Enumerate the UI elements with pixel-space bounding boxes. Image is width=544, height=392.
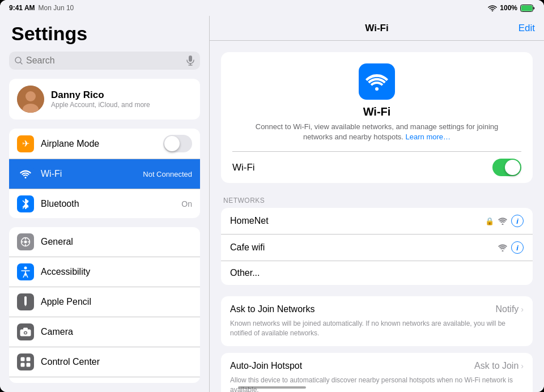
settings-group-connectivity: ✈ Airplane Mode Wi-Fi No — [9, 129, 200, 218]
svg-point-51 — [502, 224, 504, 225]
right-content: Wi-Fi Connect to Wi-Fi, view available n… — [210, 41, 544, 392]
networks-section-label: NETWORKS — [221, 197, 533, 204]
wifi-label: Wi-Fi — [41, 169, 136, 179]
ask-to-join-title: Ask to Join Networks — [230, 304, 314, 314]
sidebar-title: Settings — [0, 23, 209, 52]
wifi-main-toggle[interactable] — [492, 159, 521, 176]
status-right: 100% — [488, 4, 535, 12]
network-other-name: Other... — [230, 268, 524, 278]
svg-point-31 — [25, 332, 27, 334]
search-bar[interactable] — [9, 52, 200, 70]
ask-to-join-row: Ask to Join Networks Notify › — [230, 304, 524, 314]
wifi-toggle-label: Wi-Fi — [232, 162, 255, 173]
wifi-signal-cafe-icon — [498, 244, 508, 252]
wifi-hero-card: Wi-Fi Connect to Wi-Fi, view available n… — [221, 52, 533, 183]
networks-card: HomeNet 🔒 i — [221, 208, 533, 285]
sidebar-item-control-center[interactable]: Control Center — [9, 347, 200, 377]
svg-point-52 — [502, 250, 504, 252]
sidebar-item-apple-pencil[interactable]: Apple Pencil — [9, 287, 200, 317]
network-cafe-wifi[interactable]: Cafe wifi i — [221, 235, 533, 261]
sidebar-item-bluetooth[interactable]: Bluetooth On — [9, 189, 200, 218]
svg-point-9 — [26, 91, 36, 101]
auto-join-row: Auto-Join Hotspot Ask to Join › — [230, 361, 524, 371]
airplane-toggle[interactable] — [163, 135, 192, 152]
ask-to-join-value[interactable]: Notify › — [495, 304, 524, 314]
profile-info: Danny Rico Apple Account, iCloud, and mo… — [51, 90, 150, 109]
wifi-hero-title: Wi-Fi — [363, 105, 391, 118]
status-bar: 9:41 AM Mon Jun 10 100% — [0, 0, 544, 16]
svg-point-28 — [25, 305, 26, 306]
general-icon — [17, 233, 34, 250]
accessibility-label: Accessibility — [41, 267, 192, 277]
settings-group-apps: General Accessibility — [9, 227, 200, 383]
sidebar-item-accessibility[interactable]: Accessibility — [9, 257, 200, 287]
svg-rect-34 — [27, 357, 31, 361]
homenet-info-button[interactable]: i — [511, 215, 524, 227]
wifi-hero-icon — [359, 63, 395, 100]
ask-to-join-chevron: › — [521, 305, 524, 314]
svg-rect-32 — [23, 327, 28, 330]
network-other[interactable]: Other... — [221, 261, 533, 285]
ipad-screen: 9:41 AM Mon Jun 10 100% Settings — [0, 0, 544, 392]
search-icon — [15, 57, 23, 65]
sidebar-item-display-brightness[interactable]: Display & Brightness — [9, 377, 200, 383]
mic-icon — [186, 56, 194, 66]
main-layout: Settings — [0, 16, 544, 392]
control-center-icon — [17, 353, 34, 370]
svg-rect-5 — [189, 56, 192, 62]
svg-rect-36 — [27, 363, 31, 367]
profile-row[interactable]: Danny Rico Apple Account, iCloud, and mo… — [9, 79, 200, 120]
control-center-label: Control Center — [41, 357, 192, 367]
sidebar: Settings — [0, 16, 210, 392]
svg-rect-26 — [24, 296, 27, 305]
camera-icon — [17, 323, 34, 340]
accessibility-icon — [17, 263, 34, 280]
apple-pencil-icon — [17, 293, 34, 310]
ask-to-join-desc: Known networks will be joined automatica… — [230, 319, 524, 338]
profile-name: Danny Rico — [51, 90, 150, 101]
network-homenet[interactable]: HomeNet 🔒 i — [221, 208, 533, 235]
svg-rect-2 — [521, 5, 533, 11]
svg-rect-33 — [21, 357, 25, 361]
wifi-status: Not Connected — [143, 170, 192, 178]
wifi-toggle-row: Wi-Fi — [232, 151, 521, 183]
bluetooth-status: On — [181, 199, 192, 208]
bluetooth-label: Bluetooth — [41, 199, 175, 209]
wifi-icon — [17, 165, 34, 182]
network-cafe-name: Cafe wifi — [230, 242, 492, 253]
wifi-hero-top: Wi-Fi Connect to Wi-Fi, view available n… — [232, 63, 521, 151]
general-label: General — [41, 237, 192, 247]
auto-join-chevron: › — [521, 361, 524, 370]
avatar — [17, 86, 44, 113]
wifi-hero-description: Connect to Wi-Fi, view available network… — [252, 122, 502, 142]
homenet-icons: 🔒 i — [485, 215, 524, 227]
wifi-signal-icon — [498, 217, 508, 225]
ask-to-join-card[interactable]: Ask to Join Networks Notify › Known netw… — [221, 296, 533, 346]
edit-button[interactable]: Edit — [518, 23, 535, 34]
right-panel-title: Wi-Fi — [365, 23, 388, 34]
cafe-info-button[interactable]: i — [511, 241, 524, 254]
lock-icon: 🔒 — [485, 217, 494, 225]
auto-join-value[interactable]: Ask to Join › — [474, 361, 524, 371]
svg-point-25 — [24, 266, 27, 269]
sidebar-item-airplane-mode[interactable]: ✈ Airplane Mode — [9, 129, 200, 159]
svg-rect-35 — [21, 363, 25, 367]
auto-join-title: Auto-Join Hotspot — [230, 361, 302, 371]
home-indicator — [238, 386, 306, 389]
sidebar-item-camera[interactable]: Camera — [9, 317, 200, 347]
airplane-icon: ✈ — [17, 135, 34, 152]
svg-line-4 — [20, 62, 22, 64]
status-date: Mon Jun 10 — [39, 4, 74, 12]
airplane-label: Airplane Mode — [41, 139, 156, 149]
apple-pencil-label: Apple Pencil — [41, 297, 192, 307]
sidebar-item-wifi[interactable]: Wi-Fi Not Connected — [9, 159, 200, 189]
svg-point-0 — [492, 10, 493, 11]
battery-percent: 100% — [500, 4, 517, 12]
learn-more-link[interactable]: Learn more… — [406, 133, 450, 141]
search-input[interactable] — [26, 56, 183, 66]
right-header: Wi-Fi Edit — [210, 16, 544, 41]
sidebar-item-general[interactable]: General — [9, 227, 200, 257]
profile-subtitle: Apple Account, iCloud, and more — [51, 101, 150, 109]
battery-icon — [520, 5, 535, 12]
auto-join-desc: Allow this device to automatically disco… — [230, 376, 524, 392]
